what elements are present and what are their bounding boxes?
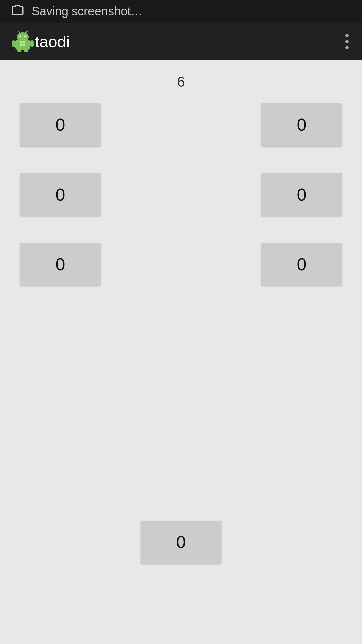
svg-line-5 [25, 31, 27, 33]
main-content: 6 0 0 0 0 0 0 [0, 60, 362, 644]
overflow-dot-1 [345, 34, 349, 37]
counter-button-1-0[interactable]: 0 [20, 173, 101, 216]
button-grid: 0 0 0 0 0 0 [20, 103, 342, 286]
svg-rect-9 [24, 49, 28, 52]
counter-button-1-1[interactable]: 0 [261, 173, 342, 216]
svg-point-2 [20, 36, 21, 37]
bottom-button-container: 0 [141, 521, 221, 564]
counter-button-0-1[interactable]: 0 [261, 103, 342, 146]
bottom-counter-button[interactable]: 0 [141, 521, 221, 564]
app-bar: taodi [0, 23, 362, 60]
screenshot-icon [11, 3, 25, 20]
button-row-2: 0 0 [20, 173, 342, 216]
svg-rect-6 [12, 40, 15, 47]
svg-rect-8 [17, 49, 21, 52]
overflow-dot-2 [345, 40, 349, 43]
svg-point-1 [17, 32, 29, 42]
app-title: taodi [35, 33, 343, 51]
status-bar-text: Saving screenshot… [32, 4, 143, 18]
overflow-menu-button[interactable] [343, 31, 351, 52]
android-logo-icon [11, 30, 35, 54]
svg-point-3 [24, 36, 26, 37]
status-bar: Saving screenshot… [0, 0, 362, 23]
button-row-1: 0 0 [20, 103, 342, 146]
counter-label: 6 [177, 74, 185, 90]
button-row-3: 0 0 [20, 243, 342, 286]
svg-line-4 [18, 31, 20, 33]
counter-button-2-1[interactable]: 0 [261, 243, 342, 286]
counter-button-0-0[interactable]: 0 [20, 103, 101, 146]
svg-rect-7 [30, 40, 34, 47]
overflow-dot-3 [345, 46, 349, 49]
counter-button-2-0[interactable]: 0 [20, 243, 101, 286]
